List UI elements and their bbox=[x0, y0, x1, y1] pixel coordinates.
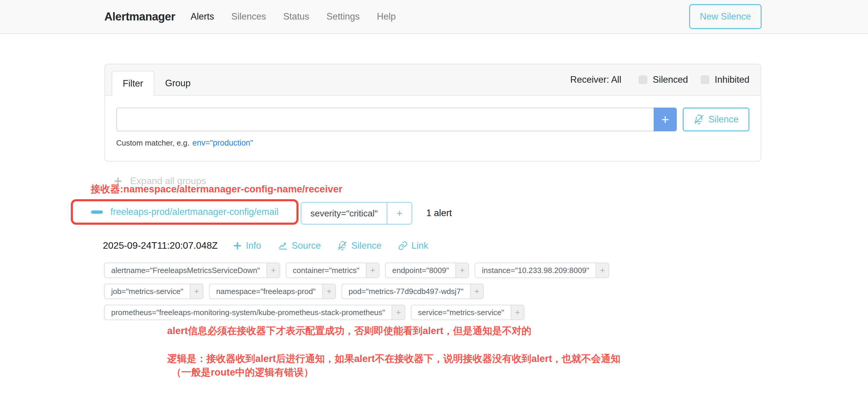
bell-slash-icon bbox=[337, 241, 347, 251]
annotation-logic-note-2: （一般是route中的逻辑有错误） bbox=[172, 366, 314, 378]
new-silence-button[interactable]: New Silence bbox=[689, 4, 762, 29]
nav-item-status[interactable]: Status bbox=[283, 11, 309, 22]
nav-links: Alerts Silences Status Settings Help bbox=[191, 11, 396, 22]
nav-item-settings[interactable]: Settings bbox=[327, 11, 360, 22]
plus-icon bbox=[233, 241, 242, 250]
filter-header-controls: Receiver: All Silenced Inhibited bbox=[570, 64, 749, 95]
label-add-button[interactable]: + bbox=[455, 263, 468, 277]
group-matcher-add-button[interactable]: + bbox=[386, 203, 411, 224]
receiver-group-link[interactable]: freeleaps-prod/alertmanager-config/email bbox=[111, 207, 279, 217]
bell-slash-icon bbox=[694, 114, 704, 125]
alert-silence-button[interactable]: Silence bbox=[337, 240, 381, 251]
add-matcher-button[interactable]: + bbox=[654, 108, 677, 131]
alertmanager-page: Alertmanager Alerts Silences Status Sett… bbox=[0, 0, 868, 399]
receiver-filter[interactable]: Receiver: All bbox=[570, 74, 621, 85]
label-chip-alertname: alertname="FreeleapsMetricsServiceDown" … bbox=[104, 263, 280, 278]
annotation-config-note: alert信息必须在接收器下才表示配置成功，否则即使能看到alert，但是通知是… bbox=[167, 325, 531, 337]
label-add-button[interactable]: + bbox=[392, 305, 405, 319]
alert-header: 2025-09-24T11:20:07.048Z Info Source bbox=[103, 240, 445, 251]
label-add-button[interactable]: + bbox=[470, 284, 483, 299]
nav-item-help[interactable]: Help bbox=[377, 11, 396, 22]
annotation-receiver-note: 接收器:namespace/altermanager-config-name/r… bbox=[91, 183, 342, 195]
matcher-hint: Custom matcher, e.g.env="production" bbox=[116, 139, 749, 148]
nav-item-alerts[interactable]: Alerts bbox=[191, 11, 214, 22]
label-chip-text[interactable]: container="metrics" bbox=[286, 263, 366, 277]
inhibited-label: Inhibited bbox=[715, 74, 749, 85]
label-chip-pod: pod="metrics-77d9cdb497-wdsj7" + bbox=[342, 284, 484, 299]
silenced-checkbox[interactable] bbox=[639, 75, 647, 84]
label-chip-container: container="metrics" + bbox=[286, 263, 379, 278]
info-button-label: Info bbox=[246, 240, 261, 251]
label-add-button[interactable]: + bbox=[190, 284, 203, 299]
link-button[interactable]: Link bbox=[398, 240, 428, 251]
silence-button-label: Silence bbox=[709, 114, 739, 125]
label-chip-text[interactable]: job="metrics-service" bbox=[105, 284, 190, 299]
group-matcher: severity="critical" + bbox=[301, 202, 412, 225]
matcher-example-link[interactable]: env="production" bbox=[192, 139, 253, 147]
nav-item-silences[interactable]: Silences bbox=[231, 11, 266, 22]
label-chip-endpoint: endpoint="8009" + bbox=[385, 263, 469, 278]
alert-labels-row: alertname="FreeleapsMetricsServiceDown" … bbox=[104, 263, 609, 278]
label-add-button[interactable]: + bbox=[511, 305, 524, 319]
alert-count: 1 alert bbox=[426, 207, 452, 219]
label-chip-instance: instance="10.233.98.209:8009" + bbox=[475, 263, 609, 278]
inhibited-checkbox[interactable] bbox=[701, 75, 709, 84]
label-add-button[interactable]: + bbox=[267, 263, 280, 277]
label-chip-service: service="metrics-service" + bbox=[411, 305, 524, 320]
group-matcher-label[interactable]: severity="critical" bbox=[302, 203, 386, 224]
label-chip-namespace: namespace="freeleaps-prod" + bbox=[209, 284, 336, 299]
alert-labels-row: prometheus="freeleaps-monitoring-system/… bbox=[104, 305, 524, 320]
label-chip-text[interactable]: service="metrics-service" bbox=[411, 305, 511, 319]
tab-filter[interactable]: Filter bbox=[112, 71, 154, 96]
filter-tabs: Filter Group bbox=[112, 71, 201, 96]
label-chip-text[interactable]: namespace="freeleaps-prod" bbox=[210, 284, 322, 299]
filter-panel: Filter Group Receiver: All Silenced Inhi… bbox=[104, 64, 761, 161]
receiver-highlight-box: freeleaps-prod/alertmanager-config/email bbox=[71, 199, 299, 225]
label-chip-text[interactable]: pod="metrics-77d9cdb497-wdsj7" bbox=[342, 284, 470, 299]
filter-panel-header: Filter Group Receiver: All Silenced Inhi… bbox=[105, 64, 761, 96]
minus-icon bbox=[91, 211, 103, 214]
alert-silence-button-label: Silence bbox=[351, 240, 381, 251]
label-chip-text[interactable]: alertname="FreeleapsMetricsServiceDown" bbox=[105, 263, 267, 277]
tab-group[interactable]: Group bbox=[154, 71, 201, 96]
matcher-hint-text: Custom matcher, e.g. bbox=[116, 139, 189, 147]
link-button-label: Link bbox=[411, 240, 428, 251]
label-chip-text[interactable]: prometheus="freeleaps-monitoring-system/… bbox=[105, 305, 392, 319]
alert-labels-row: job="metrics-service" + namespace="freel… bbox=[104, 284, 484, 299]
source-button[interactable]: Source bbox=[278, 240, 321, 251]
label-add-button[interactable]: + bbox=[322, 284, 335, 299]
label-chip-prometheus: prometheus="freeleaps-monitoring-system/… bbox=[104, 305, 405, 320]
annotation-logic-note-1: 逻辑是：接收器收到alert后进行通知，如果alert不在接收器下，说明接收器没… bbox=[167, 353, 620, 365]
info-button[interactable]: Info bbox=[233, 240, 261, 251]
silenced-label: Silenced bbox=[653, 74, 688, 85]
alert-timestamp: 2025-09-24T11:20:07.048Z bbox=[103, 240, 218, 251]
navbar: Alertmanager Alerts Silences Status Sett… bbox=[0, 0, 868, 34]
label-add-button[interactable]: + bbox=[366, 263, 379, 277]
label-chip-text[interactable]: instance="10.233.98.209:8009" bbox=[475, 263, 595, 277]
chart-line-icon bbox=[278, 241, 288, 251]
filter-panel-body: + Silence Custom matcher, e.g.env="p bbox=[105, 96, 761, 148]
source-button-label: Source bbox=[292, 240, 321, 251]
matcher-row: + Silence bbox=[116, 108, 749, 131]
silence-button[interactable]: Silence bbox=[683, 108, 749, 131]
label-chip-job: job="metrics-service" + bbox=[104, 284, 204, 299]
link-icon bbox=[398, 241, 408, 250]
label-chip-text[interactable]: endpoint="8009" bbox=[386, 263, 455, 277]
brand-link[interactable]: Alertmanager bbox=[104, 10, 175, 23]
label-add-button[interactable]: + bbox=[595, 263, 609, 277]
matcher-input[interactable] bbox=[116, 108, 654, 131]
